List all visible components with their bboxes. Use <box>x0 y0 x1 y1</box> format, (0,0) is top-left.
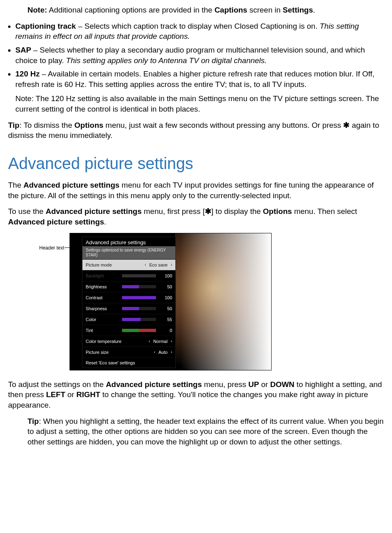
chevron-right-icon: › <box>171 262 172 267</box>
menu-subtitle: Settings optimized to save energy (ENERG… <box>82 246 175 259</box>
row-picture-size: Picture size ‹Auto› <box>82 347 175 357</box>
star-icon: ✱ <box>205 207 211 216</box>
star-icon: ✱ <box>343 121 350 129</box>
bullet-120hz: 120 Hz – Available in certain models. En… <box>15 69 384 114</box>
row-backlight: Backlight 100 <box>82 270 175 281</box>
chevron-left-icon: ‹ <box>154 350 155 354</box>
adjust-paragraph: To adjust the settings on the Advanced p… <box>8 379 384 410</box>
row-brightness: Brightness 50 <box>82 281 175 292</box>
chevron-left-icon: ‹ <box>145 262 146 267</box>
note-prefix: Note: <box>27 6 47 14</box>
chevron-right-icon: › <box>171 350 172 354</box>
tip-header-text: Tip: When you highlight a setting, the h… <box>27 416 384 447</box>
row-color-temperature: Color temperature ‹Normal› <box>82 336 175 347</box>
note-additional-captions: Note: Additional captioning options are … <box>27 5 384 15</box>
chevron-right-icon: › <box>171 339 172 343</box>
row-picture-mode: Picture mode ‹Eco save› <box>82 259 175 270</box>
tip-dismiss-options: Tip: To dismiss the Options menu, just w… <box>8 120 384 141</box>
row-sharpness: Sharpness 50 <box>82 303 175 314</box>
intro-paragraph: The Advanced picture settings menu for e… <box>8 180 384 201</box>
chevron-left-icon: ‹ <box>149 339 150 343</box>
menu-title: Advanced picture settings <box>82 237 175 246</box>
screenshot-advanced-picture-settings: Header text Advanced picture settings Se… <box>70 233 272 370</box>
bullet-120hz-note: Note: The 120 Hz setting is also availab… <box>15 93 384 114</box>
menu-panel: Advanced picture settings Settings optim… <box>82 237 176 368</box>
row-contrast: Contrast 100 <box>82 292 175 303</box>
bullet-sap: SAP – Selects whether to play a secondar… <box>15 45 384 66</box>
heading-advanced-picture-settings: Advanced picture settings <box>8 154 384 173</box>
row-tint: Tint 0 <box>82 325 175 336</box>
use-paragraph: To use the Advanced picture settings men… <box>8 206 384 227</box>
row-reset: Reset 'Eco save' settings <box>82 357 175 368</box>
row-color: Color 55 <box>82 314 175 325</box>
screenshot-background <box>175 233 271 370</box>
options-bullet-list: Captioning track – Selects which caption… <box>8 21 384 114</box>
callout-header-text: Header text <box>39 245 64 251</box>
bullet-captioning-track: Captioning track – Selects which caption… <box>15 21 384 42</box>
